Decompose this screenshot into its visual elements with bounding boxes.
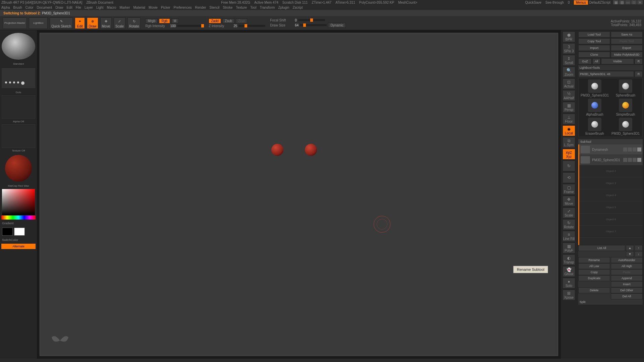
rshelf-floor[interactable]: ⊥Floor <box>562 114 575 124</box>
alternate-button[interactable]: Alternate <box>1 244 36 249</box>
close-icon[interactable]: ✕ <box>637 0 643 4</box>
menu-stencil[interactable]: Stencil <box>209 6 219 9</box>
window-icon-2[interactable]: ▧ <box>619 0 625 4</box>
sphere-object-2[interactable] <box>305 144 317 156</box>
default-script[interactable]: DefaultZScript <box>589 1 610 4</box>
make-polymesh-button[interactable]: Make PolyMesh3D <box>611 52 643 58</box>
rshelf-l-sym[interactable]: ⧉L.Sym <box>562 137 575 148</box>
m-button[interactable]: M <box>171 18 179 23</box>
current-tool-name[interactable]: PM3D_Sphere3D1. 48 <box>578 71 634 77</box>
goz-visible-button[interactable]: Visible <box>601 58 634 64</box>
tool-item-pm3d-sphere3d1[interactable]: PM3D_Sphere3D1 <box>580 79 609 97</box>
rotate-button[interactable]: ↻ Rotate <box>127 17 141 29</box>
tool-item-spherebrush[interactable]: SphereBrush <box>611 79 640 97</box>
list-all-button[interactable]: List All <box>578 245 625 251</box>
all-high-button[interactable]: All High <box>611 263 643 269</box>
scale-button[interactable]: ⤢ Scale <box>114 17 125 29</box>
menu-draw[interactable]: Draw <box>55 6 63 9</box>
menu-preferences[interactable]: Preferences <box>174 6 192 9</box>
autoreorder-button[interactable]: AutoReorder <box>611 257 643 263</box>
append-button[interactable]: Append <box>611 275 643 281</box>
menu-edit[interactable]: Edit <box>67 6 72 9</box>
subtool-item-object-7[interactable]: Object 7 <box>579 226 643 238</box>
clone-button[interactable]: Clone <box>578 52 610 58</box>
texture-thumbnail[interactable] <box>2 124 35 148</box>
rshelf-polyf[interactable]: ▦PolyF <box>562 243 575 253</box>
subtool-move-up-icon[interactable]: ↑ <box>635 245 643 251</box>
tool-item-alphabrush[interactable]: AlphaBrush <box>580 99 609 116</box>
menu-transform[interactable]: Transform <box>260 6 275 9</box>
mrgb-button[interactable]: Mrgb <box>145 18 158 23</box>
minimize-icon[interactable]: — <box>625 0 631 4</box>
move-button[interactable]: ✥ Move <box>100 17 112 29</box>
zsub-button[interactable]: Zsub <box>222 18 234 23</box>
alpha-thumbnail[interactable] <box>2 95 35 119</box>
rshelf-frame[interactable]: ▢Frame <box>562 184 575 195</box>
subtool-header[interactable]: SubTool <box>578 139 643 144</box>
rgb-intensity-value[interactable]: 100 <box>170 24 176 28</box>
menu-zplugin[interactable]: Zplugin <box>278 6 289 9</box>
menu-color[interactable]: Color <box>25 6 34 9</box>
rshelf-xyz[interactable]: xyzXyz <box>562 149 575 160</box>
subtool-item-object-5[interactable]: Object 5 <box>579 201 643 214</box>
brush-thumbnail[interactable] <box>2 33 35 60</box>
subtool-item-object-6[interactable]: Object 6 <box>579 214 643 226</box>
menu-layer[interactable]: Layer <box>85 6 93 9</box>
rshelf-spix-3[interactable]: 3SPix 3 <box>562 43 575 54</box>
goz-button[interactable]: GoZ <box>578 58 592 64</box>
subtool-down-icon[interactable]: ▼ <box>626 251 634 257</box>
subtool-item-dynamesh[interactable]: Dynamesh <box>579 144 643 155</box>
subtool-toggle-icon[interactable] <box>623 147 627 152</box>
hue-slider[interactable] <box>1 216 36 220</box>
rshelf-move[interactable]: ✥Move <box>562 196 575 206</box>
insert-button[interactable]: Insert <box>611 281 643 287</box>
z-intensity-value[interactable]: 25 <box>233 24 237 28</box>
rshelf-line-fill[interactable]: ≡Line Fill <box>562 231 575 242</box>
rshelf-persp[interactable]: ▦Persp <box>562 102 575 113</box>
subtool-toggle-icon[interactable] <box>637 147 641 152</box>
focal-shift-value[interactable]: 0 <box>295 18 297 22</box>
rename-button[interactable]: Rename <box>578 257 610 263</box>
stroke-thumbnail[interactable] <box>2 68 35 88</box>
dynamic-button[interactable]: Dynamic <box>328 23 346 28</box>
canvas[interactable] <box>40 33 558 356</box>
seethrough-value[interactable]: 0 <box>568 1 570 4</box>
menu-macro[interactable]: Macro <box>107 6 116 9</box>
rgb-intensity-slider[interactable] <box>177 25 204 27</box>
menus-button[interactable]: Menus <box>574 0 588 5</box>
goz-r-button[interactable]: R <box>635 58 643 64</box>
maximize-icon[interactable]: □ <box>631 0 637 4</box>
subtool-item-object-4[interactable]: Object 4 <box>579 189 643 201</box>
subtool-paste-button[interactable]: Paste <box>611 269 643 275</box>
menu-render[interactable]: Render <box>195 6 206 9</box>
menu-picker[interactable]: Picker <box>161 6 170 9</box>
split-header[interactable]: Split <box>578 299 643 305</box>
color-picker[interactable] <box>2 189 35 216</box>
edit-button[interactable]: ✦ Edit <box>75 17 85 29</box>
gradient-label[interactable]: Gradient <box>1 221 36 226</box>
del-other-button[interactable]: Del Other <box>611 287 643 293</box>
secondary-color-swatch[interactable] <box>2 228 13 236</box>
subtool-toggle-icon[interactable] <box>628 147 632 152</box>
all-low-button[interactable]: All Low <box>578 263 610 269</box>
paste-tool-button[interactable]: Paste Tool <box>611 38 643 44</box>
subtool-toggle-icon[interactable] <box>637 158 641 162</box>
draw-size-value[interactable]: 64 <box>295 23 299 27</box>
delete-button[interactable]: Delete <box>578 287 610 293</box>
rshelf-scale[interactable]: ⤢Scale <box>562 207 575 218</box>
window-icon-1[interactable]: ▦ <box>613 0 619 4</box>
menu-light[interactable]: Light <box>96 6 104 9</box>
subtool-toggle-icon[interactable] <box>633 147 637 152</box>
menu-material[interactable]: Material <box>133 6 146 9</box>
subtool-item-pm3d-sphere3d1[interactable]: PM3D_Sphere3D1 <box>579 155 643 165</box>
rshelf-ghost[interactable]: 👻Ghost <box>562 266 575 277</box>
material-thumbnail[interactable] <box>5 155 32 182</box>
subtool-toggle-icon[interactable] <box>623 158 627 162</box>
export-button[interactable]: Export <box>611 45 643 51</box>
rshelf-btn-11[interactable]: ↻ <box>562 161 575 171</box>
copy-tool-button[interactable]: Copy Tool <box>578 38 610 44</box>
rshelf-solo[interactable]: ●Solo <box>562 278 575 289</box>
tool-r-button[interactable]: R <box>635 71 643 77</box>
menu-alpha[interactable]: Alpha <box>1 6 10 9</box>
quicksave-button[interactable]: QuickSave <box>525 1 541 4</box>
